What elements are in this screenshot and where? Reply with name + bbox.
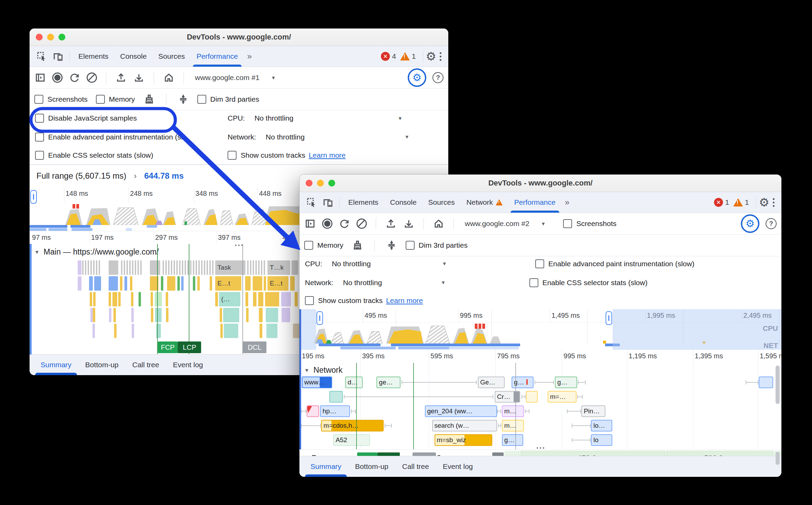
- download-profile-icon[interactable]: [403, 218, 415, 229]
- chevron-down-icon[interactable]: ▾: [398, 115, 402, 122]
- network-request[interactable]: m=sb_wiz: [435, 434, 492, 446]
- more-options-icon[interactable]: [436, 52, 445, 61]
- toggle-sidebar-icon[interactable]: [304, 218, 316, 229]
- disable-js-samples-checkbox[interactable]: Disable JavaScript samples: [35, 114, 228, 123]
- network-request[interactable]: [307, 405, 319, 417]
- collapse-tracks-icon[interactable]: [386, 239, 397, 251]
- tab-sources[interactable]: Sources: [153, 46, 191, 67]
- network-request[interactable]: search (w…: [432, 420, 497, 431]
- css-selector-stats-checkbox[interactable]: Enable CSS selector stats (slow): [35, 151, 228, 160]
- flame-bar[interactable]: T…k: [267, 260, 290, 275]
- network-request[interactable]: g…: [555, 377, 577, 388]
- track-overflow-icon[interactable]: [235, 245, 243, 246]
- flame-bar[interactable]: E…t: [215, 276, 242, 291]
- title-bar[interactable]: DevTools - www.google.com/: [299, 175, 781, 192]
- track-drag-strip[interactable]: [299, 309, 301, 449]
- memory-checkbox[interactable]: Memory: [96, 95, 135, 104]
- more-tabs-icon[interactable]: »: [244, 52, 255, 61]
- tab-network[interactable]: Network: [461, 192, 508, 213]
- main-track-header[interactable]: ▼ Main — https://www.google.com/: [34, 247, 159, 257]
- network-request[interactable]: g…: [502, 434, 523, 446]
- network-request[interactable]: [526, 391, 538, 403]
- tab-bottom-up[interactable]: Bottom-up: [78, 355, 125, 375]
- tab-console[interactable]: Console: [114, 46, 153, 67]
- help-icon[interactable]: ?: [432, 72, 443, 83]
- upload-profile-icon[interactable]: [115, 72, 127, 83]
- timeline-overview[interactable]: 495 ms995 ms1,495 ms1,995 ms2,495 ms CPU…: [299, 309, 781, 350]
- dcl-marker[interactable]: DCL: [243, 341, 266, 353]
- inspect-element-icon[interactable]: [306, 197, 317, 208]
- network-request[interactable]: m=cdos,h…: [321, 420, 384, 431]
- inspect-element-icon[interactable]: [36, 50, 47, 62]
- console-warnings-icon[interactable]: [400, 52, 410, 60]
- clear-icon[interactable]: [87, 72, 97, 83]
- tab-elements[interactable]: Elements: [73, 46, 114, 67]
- tab-performance[interactable]: Performance: [508, 192, 561, 213]
- flame-bar[interactable]: Task: [215, 260, 246, 275]
- more-options-icon[interactable]: [769, 198, 778, 207]
- frames-scrollbar[interactable]: [776, 452, 780, 465]
- dim-3rd-parties-checkbox[interactable]: Dim 3rd parties: [406, 241, 468, 250]
- download-profile-icon[interactable]: [133, 72, 145, 83]
- fcp-marker[interactable]: FCP: [158, 341, 178, 353]
- network-request[interactable]: A52: [333, 434, 370, 446]
- capture-settings-button-active[interactable]: ⚙: [741, 214, 759, 233]
- adv-paint-checkbox[interactable]: Enable advanced paint instrumentation (s…: [535, 259, 694, 268]
- network-track[interactable]: ▼ Network www…d…ge…Ge…g…g…Cr…m=…hp…gen_2…: [299, 363, 781, 449]
- gc-brush-icon[interactable]: [143, 93, 155, 105]
- range-handle-left[interactable]: [30, 190, 37, 204]
- console-warnings-icon[interactable]: [733, 198, 743, 206]
- learn-more-link[interactable]: Learn more: [309, 151, 345, 159]
- network-request[interactable]: lo: [591, 434, 612, 446]
- home-icon[interactable]: [163, 72, 175, 83]
- tab-summary[interactable]: Summary: [34, 355, 78, 375]
- network-request[interactable]: hp…: [320, 405, 350, 417]
- vertical-scrollbar[interactable]: [776, 366, 780, 404]
- screenshots-checkbox[interactable]: Screenshots: [34, 95, 88, 104]
- home-icon[interactable]: [433, 218, 445, 229]
- record-icon[interactable]: [52, 72, 63, 83]
- settings-gear-icon[interactable]: ⚙: [759, 197, 769, 208]
- help-icon[interactable]: ?: [766, 218, 777, 229]
- tab-event-log[interactable]: Event log: [166, 355, 210, 375]
- device-toolbar-icon[interactable]: [52, 50, 64, 62]
- target-selector[interactable]: www.google.com #2▾: [463, 220, 547, 228]
- tab-event-log[interactable]: Event log: [436, 456, 480, 477]
- settings-gear-icon[interactable]: ⚙: [426, 50, 436, 62]
- dim-3rd-parties-checkbox[interactable]: Dim 3rd parties: [197, 95, 259, 104]
- range-handle-right[interactable]: [606, 311, 612, 325]
- network-request[interactable]: [329, 391, 343, 403]
- title-bar[interactable]: DevTools - www.google.com/: [30, 29, 448, 46]
- gc-brush-icon[interactable]: [352, 239, 363, 251]
- network-request[interactable]: www…: [302, 377, 332, 388]
- upload-profile-icon[interactable]: [385, 218, 397, 229]
- console-errors-icon[interactable]: ✕: [714, 198, 723, 207]
- show-custom-tracks-checkbox[interactable]: Show custom tracks: [305, 296, 383, 305]
- network-request[interactable]: [759, 377, 773, 388]
- range-handle-left[interactable]: [316, 311, 323, 325]
- more-tabs-icon[interactable]: »: [561, 198, 573, 207]
- network-request[interactable]: Cr…: [495, 391, 520, 403]
- network-request[interactable]: Pin…: [581, 405, 605, 417]
- track-overflow-icon[interactable]: [537, 447, 544, 449]
- memory-checkbox[interactable]: Memory: [304, 241, 343, 250]
- network-request[interactable]: m…: [502, 405, 524, 417]
- flame-bar[interactable]: E…t: [267, 276, 288, 291]
- screenshots-checkbox[interactable]: Screenshots: [563, 219, 616, 228]
- reload-and-record-icon[interactable]: [339, 218, 350, 229]
- device-toolbar-icon[interactable]: [322, 197, 334, 208]
- reload-and-record-icon[interactable]: [69, 72, 80, 83]
- toggle-sidebar-icon[interactable]: [34, 72, 46, 83]
- collapse-tracks-icon[interactable]: [177, 93, 189, 105]
- tab-console[interactable]: Console: [384, 192, 423, 213]
- tab-bottom-up[interactable]: Bottom-up: [348, 456, 395, 477]
- network-request[interactable]: m=…: [548, 391, 577, 403]
- tab-call-tree[interactable]: Call tree: [395, 456, 436, 477]
- network-request[interactable]: lo…: [591, 420, 612, 431]
- cpu-throttle-select[interactable]: No throttling: [254, 114, 293, 122]
- full-range-crumb[interactable]: Full range (5,607.15 ms): [36, 171, 126, 181]
- chevron-down-icon[interactable]: ▾: [405, 133, 408, 141]
- adv-paint-checkbox[interactable]: Enable advanced paint instrumentation (s…: [35, 133, 228, 142]
- tab-call-tree[interactable]: Call tree: [125, 355, 166, 375]
- network-request[interactable]: Ge…: [478, 377, 505, 388]
